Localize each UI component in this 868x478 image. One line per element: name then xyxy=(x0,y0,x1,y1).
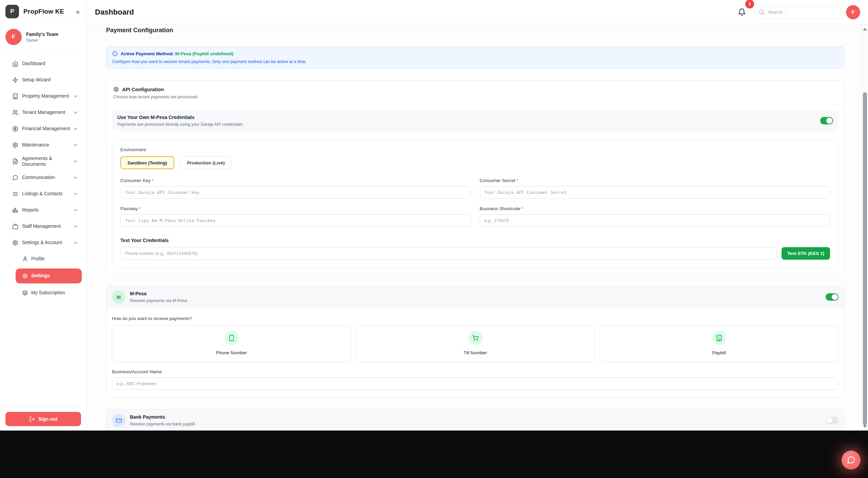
passkey-field: Passkey* xyxy=(120,206,471,227)
scrollbar-up-arrow[interactable] xyxy=(863,28,867,31)
user-icon xyxy=(22,256,28,262)
bank-payments-card: Bank Payments Receive payments via bank … xyxy=(106,409,844,431)
sidebar-item-reports[interactable]: Reports xyxy=(4,203,82,217)
sidebar-item-staff-management[interactable]: Staff Management xyxy=(4,220,82,233)
content-area: Payment Configuration Active Payment Met… xyxy=(87,24,868,431)
shopping-cart-icon xyxy=(468,331,482,345)
layers-icon xyxy=(22,290,28,296)
sidebar-subitem-my-subscription[interactable]: My Subscription xyxy=(16,286,82,300)
smartphone-icon xyxy=(224,331,239,345)
sidebar-item-agreements-documents[interactable]: Agreements & Documents xyxy=(4,155,82,168)
test-stk-button[interactable]: Test STK (KES 1) xyxy=(782,247,830,260)
bell-icon xyxy=(738,12,746,17)
dollar-circle-icon xyxy=(12,126,18,132)
sidebar-nav: Dashboard Setup Wizard Property Manageme… xyxy=(0,51,86,407)
bar-chart-icon xyxy=(12,207,18,213)
mpesa-toggle[interactable] xyxy=(826,293,839,301)
scrollbar-down-arrow[interactable] xyxy=(863,425,867,428)
chevron-down-icon xyxy=(73,94,78,99)
sidebar-subitem-settings[interactable]: Settings xyxy=(16,268,82,283)
page-title: Payment Configuration xyxy=(106,27,844,34)
required-mark: * xyxy=(139,206,140,211)
passkey-input[interactable] xyxy=(120,214,471,227)
credentials-form: Environment Sandbox (Testing) Production… xyxy=(112,140,839,268)
users-icon xyxy=(12,109,18,116)
api-config-title: API Configuration xyxy=(122,87,164,92)
chat-bubble-icon xyxy=(847,456,855,464)
method-card-till-number[interactable]: Till Number xyxy=(356,325,595,362)
bank-payments-toggle[interactable] xyxy=(826,417,839,424)
chat-fab-button[interactable] xyxy=(842,451,861,470)
logout-icon xyxy=(29,416,35,422)
briefcase-icon xyxy=(12,223,18,230)
chevron-down-icon xyxy=(73,142,78,148)
sidebar-item-tenant-management[interactable]: Tenant Management xyxy=(4,106,82,119)
sidebar-item-settings-account[interactable]: Settings & Account xyxy=(4,236,82,250)
team-avatar: F xyxy=(5,29,22,45)
own-credentials-subtitle: Payments are processed directly using yo… xyxy=(117,122,820,127)
scrollbar-thumb[interactable] xyxy=(863,92,867,425)
own-credentials-toggle[interactable] xyxy=(820,117,833,124)
method-card-paybill[interactable]: Paybill xyxy=(599,325,839,362)
chevron-down-icon xyxy=(73,207,78,213)
business-account-name-input[interactable] xyxy=(112,377,839,390)
user-avatar[interactable]: F xyxy=(846,5,860,19)
business-shortcode-field: Business Shortcode* xyxy=(480,206,830,227)
banner-active-method: M-Pesa (Paybill undefined) xyxy=(175,51,234,56)
chevron-up-icon xyxy=(73,240,78,245)
sidebar-item-property-management[interactable]: Property Management xyxy=(4,89,82,103)
consumer-key-label: Consumer Key xyxy=(120,178,151,183)
environment-label: Environment xyxy=(120,147,146,152)
bank-payments-title: Bank Payments xyxy=(130,414,826,420)
sidebar-collapse-icon[interactable]: « xyxy=(74,8,82,15)
app-window: P PropFlow KE « F Family's Team Owner Da… xyxy=(0,0,868,431)
mpesa-card: M M-Pesa Receive payments via M-Pesa How… xyxy=(106,286,844,397)
production-environment-button[interactable]: Production (Live) xyxy=(180,156,232,169)
sidebar-item-listings-contacts[interactable]: Listings & Contacts xyxy=(4,187,82,201)
top-header: Dashboard 2 F xyxy=(87,0,868,24)
team-name: Family's Team xyxy=(26,32,58,37)
sidebar-item-dashboard[interactable]: Dashboard xyxy=(4,57,82,71)
chevron-down-icon xyxy=(73,191,78,197)
sidebar-item-maintenance[interactable]: Maintenance xyxy=(4,138,82,152)
sandbox-environment-button[interactable]: Sandbox (Testing) xyxy=(120,156,174,169)
gear-icon xyxy=(113,86,119,92)
file-text-icon xyxy=(12,158,18,164)
passkey-label: Passkey xyxy=(120,206,138,211)
building-icon xyxy=(12,93,18,99)
sidebar-subitem-profile[interactable]: Profile xyxy=(16,252,82,266)
gear-icon xyxy=(22,273,28,279)
business-account-name-field: Business/Account Name xyxy=(112,369,839,390)
sign-out-button[interactable]: Sign out xyxy=(5,412,81,426)
search-input[interactable] xyxy=(755,6,841,18)
business-shortcode-input[interactable] xyxy=(480,214,830,227)
required-mark: * xyxy=(521,206,523,211)
main-area: Dashboard 2 F Payment Configuration xyxy=(87,0,868,431)
banner-description: Configure how you want to receive tenant… xyxy=(112,59,838,64)
info-icon xyxy=(112,51,118,56)
mpesa-header-row: M M-Pesa Receive payments via M-Pesa xyxy=(106,286,844,308)
consumer-key-input[interactable] xyxy=(120,186,471,199)
sidebar-item-communication[interactable]: Communication xyxy=(4,171,82,184)
sidebar-item-setup-wizard[interactable]: Setup Wizard xyxy=(4,73,82,87)
brand-initial: P xyxy=(10,8,14,15)
chevron-down-icon xyxy=(73,175,78,180)
vertical-scrollbar xyxy=(861,24,868,431)
notification-badge: 2 xyxy=(745,0,754,8)
notifications-button[interactable]: 2 xyxy=(738,8,746,16)
test-phone-input[interactable] xyxy=(120,247,777,260)
zap-icon xyxy=(12,77,18,83)
chevron-down-icon xyxy=(73,224,78,229)
consumer-secret-label: Consumer Secret xyxy=(480,178,515,183)
team-switcher[interactable]: F Family's Team Owner xyxy=(0,23,86,51)
api-configuration-card: API Configuration Choose how tenant paym… xyxy=(106,80,844,274)
required-mark: * xyxy=(152,178,153,183)
own-credentials-title: Use Your Own M-Pesa Credentials xyxy=(117,115,820,120)
sidebar-item-financial-management[interactable]: Financial Management xyxy=(4,122,82,136)
brand-logo: P xyxy=(5,5,19,18)
test-credentials-label: Test Your Credentials xyxy=(120,238,830,243)
team-role: Owner xyxy=(26,38,58,43)
consumer-secret-input[interactable] xyxy=(480,186,830,199)
method-card-phone-number[interactable]: Phone Number xyxy=(112,325,351,362)
list-icon xyxy=(12,191,18,197)
